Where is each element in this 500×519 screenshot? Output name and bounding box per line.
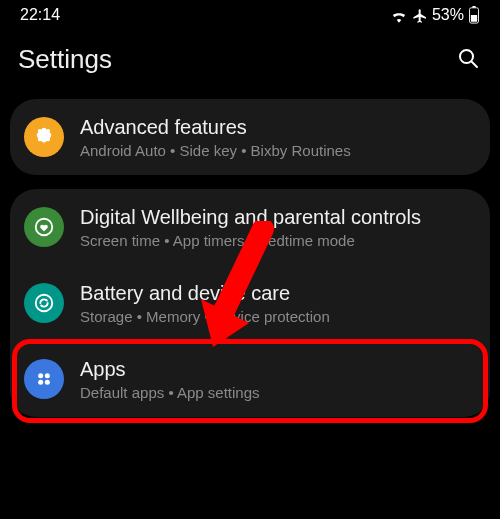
- item-title: Apps: [80, 357, 260, 382]
- settings-group: Digital Wellbeing and parental controls …: [10, 189, 490, 417]
- item-title: Digital Wellbeing and parental controls: [80, 205, 421, 230]
- svg-point-8: [45, 373, 50, 378]
- status-time: 22:14: [20, 6, 60, 24]
- settings-header: Settings: [0, 26, 500, 99]
- settings-item-digital-wellbeing[interactable]: Digital Wellbeing and parental controls …: [10, 189, 490, 265]
- item-subtitle: Screen time • App timers • Bedtime mode: [80, 232, 421, 249]
- svg-point-3: [460, 50, 473, 63]
- airplane-icon: [412, 6, 428, 24]
- search-icon: [456, 46, 480, 70]
- svg-point-7: [38, 373, 43, 378]
- settings-group: Advanced features Android Auto • Side ke…: [10, 99, 490, 175]
- item-title: Advanced features: [80, 115, 351, 140]
- battery-percent: 53%: [432, 6, 464, 24]
- item-subtitle: Storage • Memory • Device protection: [80, 308, 330, 325]
- settings-item-advanced-features[interactable]: Advanced features Android Auto • Side ke…: [10, 99, 490, 175]
- apps-grid-icon: [24, 359, 64, 399]
- item-subtitle: Android Auto • Side key • Bixby Routines: [80, 142, 351, 159]
- status-bar: 22:14 53%: [0, 0, 500, 26]
- refresh-circle-icon: [24, 283, 64, 323]
- settings-item-battery-device-care[interactable]: Battery and device care Storage • Memory…: [10, 265, 490, 341]
- svg-line-4: [472, 62, 477, 67]
- item-title: Battery and device care: [80, 281, 330, 306]
- svg-rect-1: [472, 6, 476, 8]
- page-title: Settings: [18, 44, 112, 75]
- gear-flower-icon: [24, 117, 64, 157]
- item-subtitle: Default apps • App settings: [80, 384, 260, 401]
- svg-point-9: [38, 380, 43, 385]
- svg-point-6: [36, 295, 53, 312]
- search-button[interactable]: [456, 46, 480, 74]
- status-indicators: 53%: [390, 6, 480, 24]
- wifi-icon: [390, 6, 408, 24]
- heart-circle-icon: [24, 207, 64, 247]
- settings-item-apps[interactable]: Apps Default apps • App settings: [10, 341, 490, 417]
- settings-list: Advanced features Android Auto • Side ke…: [0, 99, 500, 417]
- svg-rect-2: [471, 15, 477, 22]
- svg-point-10: [45, 380, 50, 385]
- battery-icon: [468, 6, 480, 24]
